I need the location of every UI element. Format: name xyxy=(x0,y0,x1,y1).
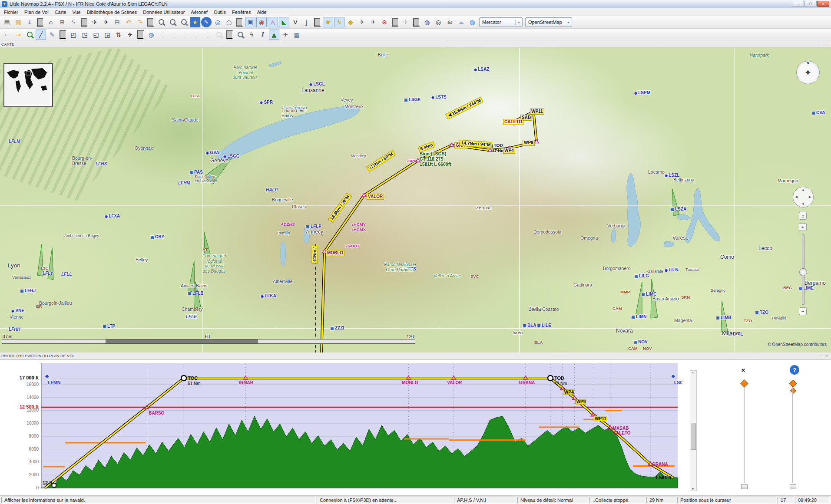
map-label[interactable]: CBY xyxy=(150,234,164,240)
map-home-button[interactable]: ⌂ xyxy=(46,17,56,27)
aircraft-track-button[interactable]: ✈ xyxy=(101,17,111,27)
profile-scrollbar[interactable]: ▲ ▼ xyxy=(690,370,697,491)
map-label[interactable]: LFHJ xyxy=(20,288,36,293)
map-label[interactable]: LFLE xyxy=(186,314,197,320)
map-label[interactable]: AT xyxy=(202,247,208,252)
map-label[interactable]: LFXA xyxy=(105,214,120,219)
map-marks-button[interactable]: ★ xyxy=(190,17,200,27)
slider-handle[interactable] xyxy=(741,484,748,489)
route-center-button[interactable]: ϟ xyxy=(68,17,79,27)
profile-float-button[interactable]: ▫ xyxy=(818,353,824,358)
map-label[interactable]: MOBLO xyxy=(326,250,344,256)
print-map-button[interactable]: ⊟ xyxy=(112,17,122,27)
slider-handle[interactable] xyxy=(790,484,796,489)
zoom-out-button[interactable]: − xyxy=(799,307,807,315)
airspace-other-button[interactable]: ◌ xyxy=(202,30,213,40)
map-label[interactable]: VALOR xyxy=(367,194,384,200)
show-ils-button[interactable]: ◣ xyxy=(279,17,289,27)
airspace-zoom-button[interactable] xyxy=(214,30,224,40)
map-label[interactable]: Sion (LSGS) CT 118.275 1581ft L 6609ft xyxy=(420,151,451,167)
zoom-rect-button[interactable] xyxy=(179,17,189,27)
scroll-down-icon[interactable]: ▼ xyxy=(690,488,695,491)
map-label[interactable]: 18.3Nm / 39°M xyxy=(328,193,352,223)
map-label[interactable]: TZO xyxy=(744,319,752,323)
compass-rose[interactable]: ✦ N xyxy=(796,61,820,84)
menu-item[interactable]: Données Utilisateur xyxy=(140,9,188,15)
help-button[interactable]: ? xyxy=(790,365,799,375)
map-label[interactable]: LSZA xyxy=(670,207,686,212)
pan-left-icon[interactable]: ◀ xyxy=(795,195,798,199)
show-procedures-button[interactable]: ◆ xyxy=(345,17,356,27)
map-globe-button[interactable]: ◍ xyxy=(467,17,477,27)
map-label[interactable]: CVA xyxy=(811,110,825,115)
pan-down-icon[interactable]: ▼ xyxy=(801,202,805,206)
show-victor-airways-button[interactable]: V xyxy=(290,17,301,27)
map-label[interactable]: 277Nm / 58°M xyxy=(366,150,395,172)
overview-map[interactable] xyxy=(3,63,53,107)
center-flightplan-button[interactable]: ⊞ xyxy=(57,17,67,27)
map-label[interactable]: LFHS xyxy=(96,161,107,167)
center-map-button[interactable] xyxy=(24,30,35,40)
forward-button[interactable]: → xyxy=(13,30,23,40)
map-label[interactable]: LFLB xyxy=(188,291,204,296)
show-airports-button[interactable]: ▣ xyxy=(245,17,255,27)
profile-close-button[interactable]: × xyxy=(824,353,830,358)
map-label[interactable]: ◀ 15.6Nm / 244°M xyxy=(445,97,483,119)
map-label[interactable]: LFLM xyxy=(9,139,20,144)
map-label[interactable]: ZZZI xyxy=(330,326,344,331)
show-jetstream-button[interactable]: 6s xyxy=(444,17,455,27)
map-label[interactable]: LILN xyxy=(665,267,678,273)
map-label[interactable]: LSTS xyxy=(431,95,447,100)
show-userpoints-button[interactable]: ★ xyxy=(323,17,333,27)
map-label[interactable]: 61Nm / xyxy=(311,246,318,264)
map-label[interactable]: GVA xyxy=(206,150,219,155)
show-jet-airways-button[interactable]: J xyxy=(301,17,312,27)
zoom-selection-button[interactable] xyxy=(167,17,178,27)
minimize-button[interactable]: ─ xyxy=(792,1,804,7)
map-label[interactable]: VNE xyxy=(11,308,24,313)
scrollbar-handle[interactable] xyxy=(691,423,696,450)
zoom-slider-handle[interactable] xyxy=(799,268,807,276)
menu-item[interactable]: Aéronef xyxy=(188,9,211,15)
map-label[interactable]: CALETO xyxy=(503,119,523,125)
map-label[interactable]: NOV xyxy=(643,346,652,351)
route-insert-waypoint-button[interactable]: ◱ xyxy=(91,30,101,40)
edit-userpoint-button[interactable]: ✎ xyxy=(201,17,212,27)
pan-up-icon[interactable]: ▲ xyxy=(801,188,805,192)
menu-item[interactable]: Aide xyxy=(254,9,269,15)
map-pan-control[interactable]: ▲ ▼ ◀ ▶ xyxy=(793,187,814,208)
show-aircraft-button[interactable]: ✈ xyxy=(357,17,367,27)
map-label[interactable]: WP4 xyxy=(503,148,515,154)
range-rings-button[interactable]: ◎ xyxy=(212,17,223,27)
zoom-in-button[interactable]: + xyxy=(799,223,807,231)
zoom-horizontal-slider[interactable] xyxy=(738,381,750,489)
airspace-approach-button[interactable]: ◌ xyxy=(180,30,190,40)
map-label[interactable]: WP11 xyxy=(530,109,544,115)
map-label[interactable]: GOUT xyxy=(346,244,359,249)
close-button[interactable]: × xyxy=(817,1,829,7)
map-label[interactable]: LIMB xyxy=(716,315,731,320)
map-label[interactable]: NOV xyxy=(633,339,648,345)
profile-dock-button[interactable]: ▲ xyxy=(269,30,279,40)
menu-item[interactable]: Plan de Vol xyxy=(21,9,52,15)
show-airspaces-button[interactable]: ◍ xyxy=(146,30,156,40)
table-dock-button[interactable]: ▦ xyxy=(291,30,302,40)
menu-item[interactable]: Fenêtres xyxy=(229,9,254,15)
carte-close-button[interactable]: × xyxy=(824,42,830,47)
map-label[interactable]: BLA xyxy=(534,340,543,345)
map-label[interactable]: LFHM xyxy=(178,181,190,186)
information-dock-button[interactable]: I xyxy=(258,30,268,40)
search-map-button[interactable] xyxy=(156,17,166,27)
edit-plan-on-map-button[interactable]: ✎ xyxy=(47,30,57,40)
elevation-profile-chart[interactable]: 17 000 ft160001400012 500 ft120001000080… xyxy=(0,360,682,495)
expand-profile-button[interactable]: × xyxy=(738,365,748,375)
back-button[interactable]: ← xyxy=(2,30,12,40)
aircraft-dock-button[interactable]: ✈ xyxy=(280,30,291,40)
adjust-altitude-button[interactable]: ✈ xyxy=(125,30,135,40)
menu-item[interactable]: Fichier xyxy=(1,9,21,15)
map-label[interactable]: SRN xyxy=(681,295,690,300)
map-label[interactable]: ADZHS xyxy=(281,222,295,227)
map-label[interactable]: BLA xyxy=(523,323,536,328)
route-reverse-button[interactable]: ⇅ xyxy=(113,30,124,40)
map-canvas[interactable]: LSGLSPRGLALSGKLSTSLSAZLSPMCVAGVALSGGPASH… xyxy=(0,48,831,352)
